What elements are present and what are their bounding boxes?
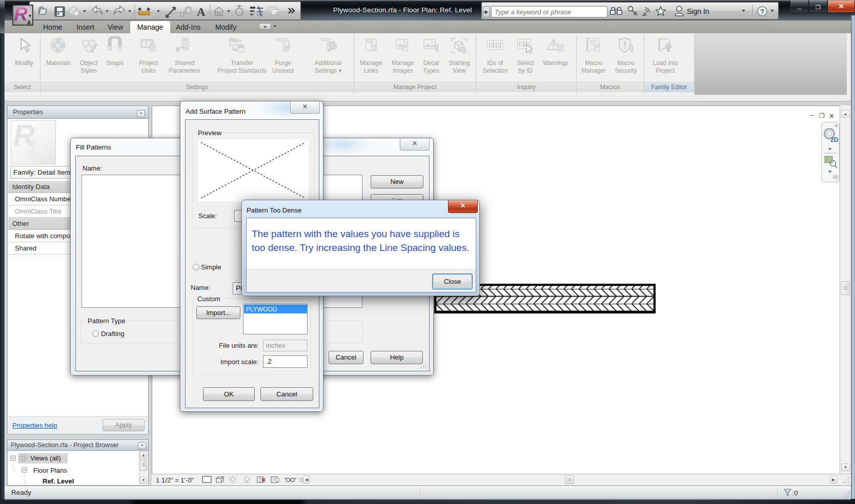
svg-text:Floor Plans: Floor Plans bbox=[33, 467, 67, 474]
svg-text:A: A bbox=[197, 6, 206, 18]
svg-text:Views (all): Views (all) bbox=[30, 454, 61, 462]
svg-text:2D: 2D bbox=[830, 136, 839, 143]
svg-text:Sign In: Sign In bbox=[687, 7, 709, 15]
svg-text::0: :0 bbox=[792, 489, 798, 497]
svg-text:Ref. Level: Ref. Level bbox=[43, 477, 74, 485]
svg-text:0.0: 0.0 bbox=[142, 40, 151, 48]
svg-text:?: ? bbox=[760, 8, 765, 16]
